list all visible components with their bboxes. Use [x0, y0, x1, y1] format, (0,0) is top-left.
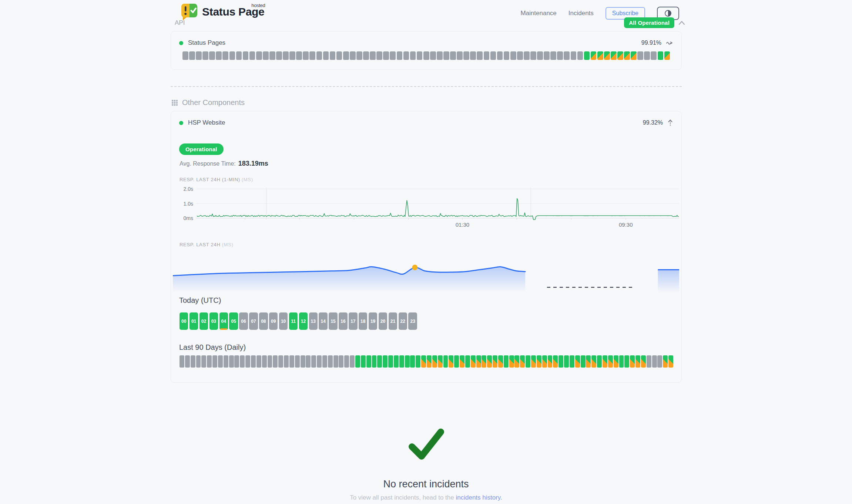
hour-block: 15 [329, 312, 337, 330]
daily-bar [476, 355, 481, 368]
hour-block: 19 [369, 312, 377, 330]
uptime-bar [611, 51, 617, 60]
uptime-bar [463, 51, 469, 60]
uptime-bar [350, 51, 356, 60]
response-time-line-chart: 2.0s1.0s0ms01:3009:30 [179, 185, 680, 231]
uptime-bar [216, 51, 222, 60]
section-divider [171, 86, 682, 87]
uptime-bar [209, 51, 215, 60]
x-axis-label: 09:30 [619, 221, 633, 228]
daily-bar [432, 355, 437, 368]
daily-bar [339, 355, 343, 368]
uptime-bar [370, 51, 376, 60]
uptime-bar [517, 51, 523, 60]
uptime-bar [363, 51, 369, 60]
uptime-bar [631, 51, 637, 60]
daily-bar-row [180, 355, 673, 368]
uptime-bar [403, 51, 409, 60]
daily-bar [306, 355, 311, 368]
chart-label-avg: RESP. LAST 24H(MS) [180, 242, 681, 247]
daily-bar [344, 355, 349, 368]
component-name: HSP Website [188, 119, 225, 126]
daily-bar [570, 355, 574, 368]
all-operational-badge: All Operational [624, 17, 674, 28]
nav-item-incidents[interactable]: Incidents [568, 10, 594, 17]
hour-block: 16 [339, 312, 347, 330]
uptime-bar [617, 51, 623, 60]
daily-bar [460, 355, 464, 368]
check-icon [407, 428, 445, 461]
nav-item-maintenance[interactable]: Maintenance [520, 10, 556, 17]
uptime-bar [330, 51, 336, 60]
daily-bar [333, 355, 338, 368]
daily-bar [465, 355, 470, 368]
response-series-line [197, 199, 679, 220]
daily-bar [614, 355, 618, 368]
incidents-history-line: To view all past incidents, head to the … [350, 494, 502, 501]
daily-bar [586, 355, 591, 368]
hour-block: 02 [199, 312, 208, 330]
uptime-bar [283, 51, 289, 60]
brand-title: Status Page hosted [202, 6, 266, 18]
daily-bar [482, 355, 486, 368]
hour-block: 22 [399, 312, 407, 330]
uptime-bar [243, 51, 249, 60]
chevron-up-icon[interactable] [678, 20, 686, 26]
daily-bar [531, 355, 536, 368]
uptime-bar [417, 51, 423, 60]
uptime-bar [289, 51, 295, 60]
uptime-bar [437, 51, 443, 60]
hour-block: 12 [299, 312, 308, 330]
avg-response-row: Avg. Response Time:183.19ms [180, 160, 681, 168]
uptime-bar [343, 51, 349, 60]
avg-response-label: Avg. Response Time: [180, 160, 236, 167]
daily-bar [224, 355, 228, 368]
daily-bar [663, 355, 668, 368]
degraded-marker [220, 328, 227, 330]
daily-bar [207, 355, 212, 368]
uptime-bar [637, 51, 643, 60]
daily-bar [311, 355, 316, 368]
daily-bar [355, 355, 360, 368]
operational-status-pill: Operational [179, 143, 224, 155]
other-components-header: Other Components [171, 98, 245, 107]
uptime-bar [537, 51, 543, 60]
uptime-bar [376, 51, 382, 60]
hour-block: 00 [180, 312, 188, 330]
last90-title: Last 90 Days (Daily) [179, 343, 681, 352]
marker-dot [412, 265, 417, 270]
uptime-bar [597, 51, 603, 60]
uptime-bar [189, 51, 195, 60]
daily-bar [581, 355, 586, 368]
daily-bar [196, 355, 201, 368]
grid-icon [171, 99, 178, 106]
daily-bar [317, 355, 322, 368]
daily-bar [416, 355, 420, 368]
uptime-bar [196, 51, 202, 60]
uptime-percentage: 99.91% [641, 40, 661, 46]
y-axis-label: 2.0s [184, 186, 193, 192]
uptime-bar [651, 51, 657, 60]
uptime-bar [430, 51, 436, 60]
uptime-bar [497, 51, 503, 60]
hour-block: 17 [349, 312, 357, 330]
daily-bar [405, 355, 410, 368]
daily-bar [328, 355, 333, 368]
hour-block: 18 [359, 312, 367, 330]
uptime-bar [550, 51, 556, 60]
incidents-history-link[interactable]: incidents history. [456, 494, 502, 501]
daily-bar [301, 355, 305, 368]
daily-bar [619, 355, 624, 368]
daily-bar [377, 355, 382, 368]
daily-bar [256, 355, 261, 368]
uptime-bar [336, 51, 342, 60]
trend-wave-icon [666, 40, 673, 46]
daily-bar [427, 355, 432, 368]
status-page: Status Page hosted Maintenance Incidents… [0, 0, 852, 504]
uptime-bar [664, 51, 670, 60]
uptime-bar [276, 51, 282, 60]
daily-bar [520, 355, 525, 368]
uptime-bar [236, 51, 242, 60]
y-axis-label: 0ms [184, 215, 193, 221]
uptime-bar [296, 51, 302, 60]
